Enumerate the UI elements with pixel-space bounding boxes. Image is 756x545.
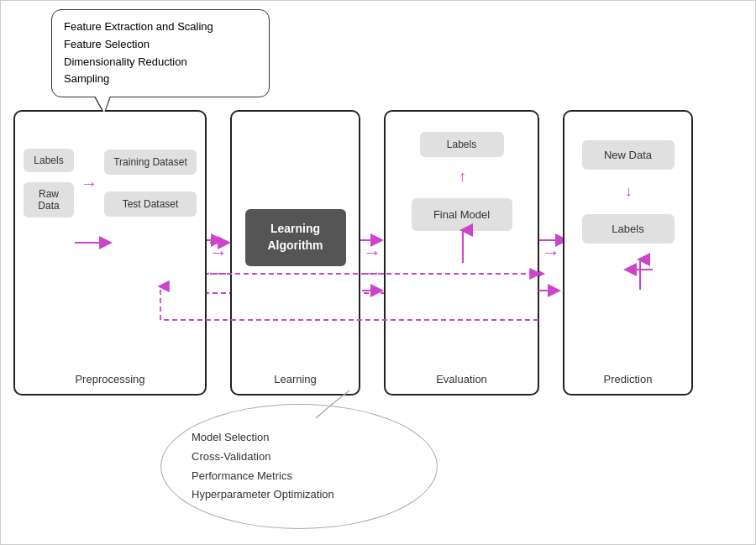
new-data-to-labels-arrow: →	[619, 185, 637, 200]
bubble-bottom-line1: Model Selection	[192, 428, 407, 448]
labels-input-box: Labels	[24, 149, 74, 172]
prediction-label: Prediction	[564, 373, 691, 385]
final-model-box: Final Model	[412, 198, 512, 231]
evaluation-labels-box: Labels	[420, 132, 504, 157]
prediction-labels-box: Labels	[582, 214, 675, 244]
bubble-bottom-line3: Performance Metrics	[192, 467, 407, 486]
test-dataset-box: Test Dataset	[104, 191, 197, 217]
stage-learning: Learning Algorithm Learning	[230, 110, 360, 396]
stage-prediction: New Data → Labels Prediction	[563, 110, 693, 396]
new-data-box: New Data	[582, 140, 675, 170]
final-model-to-labels-arrow: →	[453, 170, 470, 186]
learning-algorithm-text: Learning Algorithm	[267, 222, 323, 252]
input-to-dataset-arrow: →	[79, 174, 99, 193]
bubble-top-line1: Feature Extraction and Scaling	[64, 18, 257, 36]
evaluation-label: Evaluation	[386, 373, 538, 385]
bubble-bottom-line4: Hyperparameter Optimization	[192, 485, 407, 505]
training-dataset-box: Training Dataset	[104, 149, 197, 175]
arrow-evaluation-prediction: →	[539, 110, 563, 396]
learning-algorithm-box: Learning Algorithm	[245, 209, 346, 265]
speech-bubble-top: Feature Extraction and Scaling Feature S…	[51, 9, 270, 97]
bubble-bottom-line2: Cross-Validation	[192, 448, 407, 467]
raw-data-input-box: Raw Data	[24, 182, 74, 217]
bubble-top-line4: Sampling	[64, 71, 257, 88]
arrow-preprocessing-learning: →	[207, 110, 230, 396]
speech-bubble-bottom: Model Selection Cross-Validation Perform…	[160, 404, 438, 529]
preprocessing-label: Preprocessing	[15, 373, 205, 385]
bubble-top-line2: Feature Selection	[64, 36, 257, 54]
stage-preprocessing: Labels Raw Data → Training Dataset Test …	[13, 110, 207, 396]
learning-label: Learning	[232, 373, 359, 385]
stage-evaluation: Labels → Final Model Evaluation	[384, 110, 539, 396]
arrow-learning-evaluation: →	[360, 110, 384, 396]
bubble-top-line3: Dimensionality Reduction	[64, 54, 257, 71]
main-diagram: Labels Raw Data → Training Dataset Test …	[13, 110, 693, 396]
